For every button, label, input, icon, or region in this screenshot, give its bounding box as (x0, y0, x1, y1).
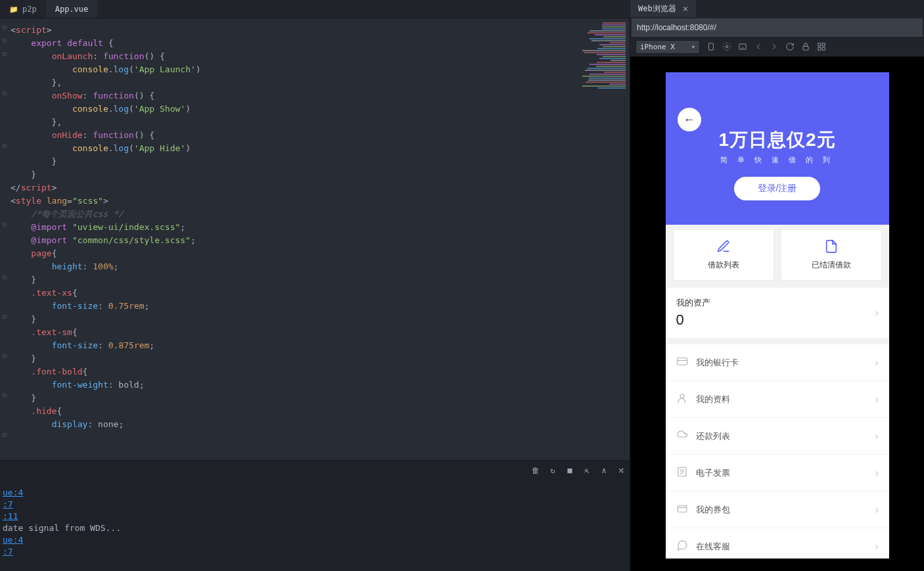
device-select-label: iPhone X (640, 43, 675, 51)
chat-icon (676, 539, 688, 553)
login-button[interactable]: 登录/注册 (734, 177, 821, 200)
phone-preview[interactable]: ← 1万日息仅2元 简 单 快 速 借 的 到 登录/注册 借款列表已结清借款 … (666, 72, 889, 559)
project-tab-label: p2p (22, 5, 37, 14)
console-body: ue:4:7:11date signal from WDS...ue:4:7 (0, 461, 630, 560)
assets-value: 0 (676, 311, 710, 329)
chevron-right-icon: › (875, 430, 878, 442)
shuffle-icon[interactable]: ⤨ (616, 466, 626, 475)
editor-tabs: p2p App.vue (0, 0, 630, 18)
card-label: 借款列表 (708, 260, 739, 271)
console-panel: 🗑 ↻ ■ ⇱ ∧ ⤨ ue:4:7:11date signal from WD… (0, 460, 630, 571)
fold-gutter: ⊟⊟⊟⊟⊟⊟⊟⊟⊟⊟⊟ (0, 18, 9, 460)
list-item-label: 我的资料 (696, 394, 867, 405)
wallet-icon (676, 503, 688, 516)
back-button[interactable]: ← (678, 108, 701, 131)
rotate-icon[interactable] (706, 42, 716, 51)
assets-label: 我的资产 (676, 297, 710, 309)
editor-pane: p2p App.vue ⊟⊟⊟⊟⊟⊟⊟⊟⊟⊟⊟ <script> export … (0, 0, 630, 571)
file-tab[interactable]: App.vue (46, 0, 98, 18)
svg-rect-7 (822, 47, 825, 50)
browser-pane: Web浏览器 × iPhone X ← 1万日息仅2元 简 单 快 速 借 的 … (630, 0, 924, 571)
svg-point-10 (680, 394, 684, 398)
list-item-label: 我的银行卡 (696, 357, 867, 369)
list-item[interactable]: 在线客服› (666, 528, 889, 559)
console-line: date signal from WDS... (3, 522, 627, 534)
svg-rect-4 (818, 43, 821, 46)
list-item[interactable]: 我的券包› (666, 491, 889, 528)
svg-rect-8 (677, 358, 687, 365)
device-select[interactable]: iPhone X (635, 40, 700, 54)
url-input[interactable] (637, 23, 917, 32)
chevron-right-icon: › (875, 541, 878, 553)
receipt-icon (676, 466, 688, 480)
cloud-icon (676, 429, 688, 443)
svg-rect-3 (803, 46, 808, 50)
card-icon (676, 355, 688, 369)
project-tab[interactable]: p2p (0, 0, 46, 18)
code-editor[interactable]: ⊟⊟⊟⊟⊟⊟⊟⊟⊟⊟⊟ <script> export default { on… (0, 18, 630, 460)
list-item-label: 在线客服 (696, 541, 867, 553)
header-subtitle: 简 单 快 速 借 的 到 (679, 155, 876, 165)
list-item-label: 电子发票 (696, 467, 867, 479)
folder-icon (9, 5, 18, 14)
chevron-right-icon: › (875, 394, 878, 405)
list-item-label: 我的券包 (696, 504, 867, 516)
chevron-right-icon: › (875, 504, 878, 516)
lock-icon[interactable] (801, 42, 810, 51)
svg-rect-15 (678, 506, 687, 513)
stop-icon[interactable]: ■ (565, 466, 574, 475)
user-icon (676, 392, 688, 406)
chevron-right-icon: › (875, 307, 878, 319)
action-cards: 借款列表已结清借款 (666, 222, 889, 288)
export-icon[interactable]: ⇱ (582, 466, 591, 475)
console-link[interactable]: :7 (3, 499, 13, 509)
assets-row[interactable]: 我的资产 0 › (666, 288, 889, 338)
console-toolbar: 🗑 ↻ ■ ⇱ ∧ ⤨ (531, 466, 626, 475)
login-button-label: 登录/注册 (758, 183, 797, 193)
reload-icon[interactable] (785, 42, 795, 51)
svg-point-1 (726, 45, 728, 48)
list-item-label: 还款列表 (696, 430, 867, 442)
grid-icon[interactable] (817, 42, 826, 51)
card-label: 已结清借款 (812, 260, 851, 271)
screenshot-icon[interactable] (738, 42, 747, 51)
svg-rect-2 (739, 44, 747, 49)
chevron-right-icon: › (875, 357, 878, 369)
collapse-icon[interactable]: ∧ (599, 466, 609, 475)
preview-header: ← 1万日息仅2元 简 单 快 速 借 的 到 登录/注册 (666, 72, 889, 225)
trash-icon[interactable]: 🗑 (531, 466, 540, 475)
console-link[interactable]: ue:4 (3, 488, 23, 497)
svg-rect-6 (818, 47, 821, 50)
preview-viewport: ← 1万日息仅2元 简 单 快 速 借 的 到 登录/注册 借款列表已结清借款 … (630, 57, 924, 571)
console-link[interactable]: :11 (3, 511, 18, 521)
list-item[interactable]: 电子发票› (666, 455, 889, 491)
console-link[interactable]: ue:4 (3, 535, 23, 545)
browser-tab-label: Web浏览器 (638, 3, 676, 14)
minimap[interactable] (566, 18, 630, 460)
svg-rect-5 (822, 43, 825, 46)
restart-icon[interactable]: ↻ (548, 466, 557, 475)
list-item[interactable]: 还款列表› (666, 418, 889, 455)
code-content: <script> export default { onLaunch: func… (11, 24, 201, 431)
action-card[interactable]: 借款列表 (674, 230, 774, 280)
menu-list: 我的银行卡›我的资料›还款列表›电子发票›我的券包›在线客服› (666, 344, 889, 559)
header-title: 1万日息仅2元 (679, 127, 876, 152)
settings-icon[interactable] (722, 42, 731, 51)
file-tab-label: App.vue (55, 5, 89, 14)
back-icon[interactable] (754, 42, 763, 51)
list-item[interactable]: 我的资料› (666, 381, 889, 418)
chevron-right-icon: › (875, 467, 878, 479)
list-item[interactable]: 我的银行卡› (666, 344, 889, 381)
browser-tab-bar: Web浏览器 × (630, 0, 924, 17)
close-icon[interactable]: × (683, 3, 688, 14)
browser-toolbar: iPhone X (630, 37, 924, 57)
forward-icon[interactable] (770, 42, 779, 51)
doc-icon (824, 239, 839, 256)
url-bar (632, 18, 923, 37)
browser-tab[interactable]: Web浏览器 × (630, 0, 696, 17)
edit-icon (716, 239, 731, 256)
console-link[interactable]: :7 (3, 547, 13, 557)
action-card[interactable]: 已结清借款 (781, 230, 881, 280)
svg-rect-0 (709, 43, 714, 51)
